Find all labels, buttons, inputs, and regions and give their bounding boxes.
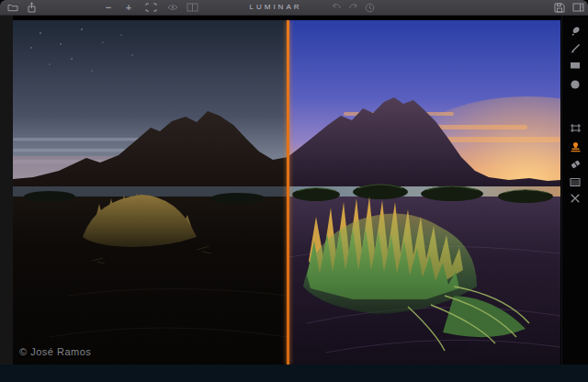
gradient-line-tool-icon[interactable] <box>569 42 582 55</box>
linear-mask-tool-icon[interactable] <box>569 59 582 72</box>
quick-preview-eye-icon[interactable] <box>166 0 179 15</box>
export-share-icon[interactable] <box>25 0 38 15</box>
before-after-split-divider[interactable] <box>287 20 289 365</box>
save-icon[interactable] <box>552 0 566 15</box>
photo-watermark: © José Ramos <box>19 346 91 357</box>
free-transform-tool-icon[interactable] <box>569 192 582 205</box>
zoom-out-button[interactable]: − <box>103 0 114 15</box>
side-panel-toggle-icon[interactable] <box>571 0 585 15</box>
photo-before-after-view[interactable]: © José Ramos <box>13 20 560 365</box>
luminar-window: LUMINAR − + <box>0 0 588 382</box>
app-title: LUMINAR <box>202 0 349 15</box>
redo-icon[interactable] <box>347 0 360 15</box>
erase-tool-icon[interactable] <box>569 158 582 171</box>
denoise-tool-icon[interactable] <box>569 175 582 188</box>
history-icon[interactable] <box>363 0 376 15</box>
clone-stamp-tool-icon[interactable] <box>569 140 582 153</box>
canvas-left-margin <box>0 15 13 365</box>
zoom-in-button[interactable]: + <box>123 0 134 15</box>
fit-screen-icon[interactable] <box>144 0 158 15</box>
brush-tool-icon[interactable] <box>569 24 582 37</box>
radial-mask-tool-icon[interactable] <box>569 78 582 91</box>
open-folder-icon[interactable] <box>6 0 19 15</box>
crop-tool-icon[interactable] <box>569 121 582 134</box>
before-after-split-icon[interactable] <box>186 0 199 15</box>
top-toolbar: LUMINAR − + <box>0 0 588 16</box>
tools-sidebar <box>561 15 588 365</box>
bottom-strip <box>0 365 588 382</box>
